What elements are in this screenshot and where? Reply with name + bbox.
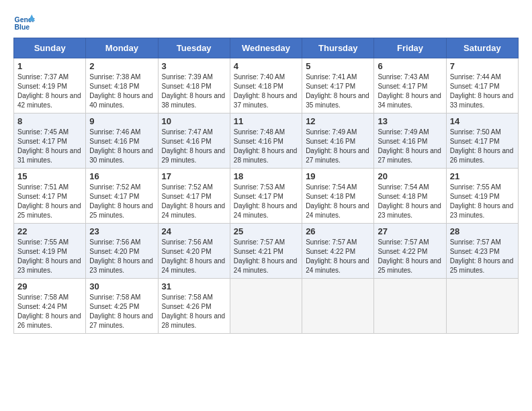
- calendar-cell: 20Sunrise: 7:54 AMSunset: 4:18 PMDayligh…: [374, 169, 446, 224]
- calendar-cell: 25Sunrise: 7:57 AMSunset: 4:21 PMDayligh…: [230, 224, 302, 279]
- day-number: 11: [234, 116, 298, 126]
- day-number: 28: [450, 226, 515, 236]
- day-number: 27: [378, 226, 442, 236]
- calendar-cell: [374, 279, 446, 334]
- calendar-cell: 18Sunrise: 7:53 AMSunset: 4:17 PMDayligh…: [230, 169, 302, 224]
- calendar-cell: 4Sunrise: 7:40 AMSunset: 4:18 PMDaylight…: [230, 58, 302, 113]
- col-header-thursday: Thursday: [302, 38, 374, 58]
- calendar-cell: 3Sunrise: 7:39 AMSunset: 4:18 PMDaylight…: [158, 58, 230, 113]
- calendar-cell: 24Sunrise: 7:56 AMSunset: 4:20 PMDayligh…: [158, 224, 230, 279]
- day-number: 19: [306, 171, 370, 181]
- day-number: 12: [306, 116, 370, 126]
- col-header-monday: Monday: [86, 38, 158, 58]
- calendar-cell: 31Sunrise: 7:58 AMSunset: 4:26 PMDayligh…: [158, 279, 230, 334]
- day-number: 21: [450, 171, 515, 181]
- calendar-cell: 22Sunrise: 7:55 AMSunset: 4:19 PMDayligh…: [14, 224, 86, 279]
- calendar-cell: 30Sunrise: 7:58 AMSunset: 4:25 PMDayligh…: [86, 279, 158, 334]
- day-number: 3: [162, 61, 226, 71]
- calendar-cell: 16Sunrise: 7:52 AMSunset: 4:17 PMDayligh…: [86, 169, 158, 224]
- day-info: Sunrise: 7:56 AMSunset: 4:20 PMDaylight:…: [162, 238, 226, 275]
- day-number: 13: [378, 116, 442, 126]
- calendar-cell: 5Sunrise: 7:41 AMSunset: 4:17 PMDaylight…: [302, 58, 374, 113]
- day-info: Sunrise: 7:45 AMSunset: 4:17 PMDaylight:…: [17, 128, 82, 165]
- day-info: Sunrise: 7:38 AMSunset: 4:18 PMDaylight:…: [89, 73, 154, 110]
- logo: General Blue: [13, 13, 35, 32]
- day-number: 10: [162, 116, 226, 126]
- day-info: Sunrise: 7:57 AMSunset: 4:23 PMDaylight:…: [450, 238, 515, 275]
- day-number: 7: [450, 61, 515, 71]
- calendar-table: SundayMondayTuesdayWednesdayThursdayFrid…: [13, 38, 519, 334]
- calendar-cell: 19Sunrise: 7:54 AMSunset: 4:18 PMDayligh…: [302, 169, 374, 224]
- day-number: 24: [162, 226, 226, 236]
- day-number: 4: [234, 61, 298, 71]
- day-info: Sunrise: 7:55 AMSunset: 4:19 PMDaylight:…: [17, 238, 82, 275]
- day-number: 14: [450, 116, 515, 126]
- calendar-cell: 27Sunrise: 7:57 AMSunset: 4:22 PMDayligh…: [374, 224, 446, 279]
- day-number: 17: [162, 171, 226, 181]
- col-header-tuesday: Tuesday: [158, 38, 230, 58]
- calendar-cell: 21Sunrise: 7:55 AMSunset: 4:19 PMDayligh…: [446, 169, 518, 224]
- day-info: Sunrise: 7:40 AMSunset: 4:18 PMDaylight:…: [234, 73, 298, 110]
- col-header-saturday: Saturday: [446, 38, 518, 58]
- day-info: Sunrise: 7:56 AMSunset: 4:20 PMDaylight:…: [89, 238, 154, 275]
- calendar-cell: 15Sunrise: 7:51 AMSunset: 4:17 PMDayligh…: [14, 169, 86, 224]
- calendar-cell: 29Sunrise: 7:58 AMSunset: 4:24 PMDayligh…: [14, 279, 86, 334]
- calendar-cell: 10Sunrise: 7:47 AMSunset: 4:16 PMDayligh…: [158, 113, 230, 169]
- day-info: Sunrise: 7:37 AMSunset: 4:19 PMDaylight:…: [17, 73, 82, 110]
- svg-text:Blue: Blue: [15, 24, 30, 31]
- day-info: Sunrise: 7:57 AMSunset: 4:22 PMDaylight:…: [378, 238, 442, 275]
- calendar-cell: 1Sunrise: 7:37 AMSunset: 4:19 PMDaylight…: [14, 58, 86, 113]
- day-number: 9: [89, 116, 154, 126]
- day-info: Sunrise: 7:46 AMSunset: 4:16 PMDaylight:…: [89, 128, 154, 165]
- calendar-cell: 28Sunrise: 7:57 AMSunset: 4:23 PMDayligh…: [446, 224, 518, 279]
- calendar-cell: 17Sunrise: 7:52 AMSunset: 4:17 PMDayligh…: [158, 169, 230, 224]
- day-info: Sunrise: 7:48 AMSunset: 4:16 PMDaylight:…: [234, 128, 298, 165]
- calendar-cell: 7Sunrise: 7:44 AMSunset: 4:17 PMDaylight…: [446, 58, 518, 113]
- calendar-week-row: 8Sunrise: 7:45 AMSunset: 4:17 PMDaylight…: [14, 113, 519, 169]
- day-number: 2: [89, 61, 154, 71]
- day-number: 15: [17, 171, 82, 181]
- day-number: 18: [234, 171, 298, 181]
- day-info: Sunrise: 7:49 AMSunset: 4:16 PMDaylight:…: [378, 128, 442, 165]
- col-header-sunday: Sunday: [14, 38, 86, 58]
- calendar-cell: 9Sunrise: 7:46 AMSunset: 4:16 PMDaylight…: [86, 113, 158, 169]
- day-info: Sunrise: 7:58 AMSunset: 4:26 PMDaylight:…: [162, 293, 226, 330]
- day-info: Sunrise: 7:39 AMSunset: 4:18 PMDaylight:…: [162, 73, 226, 110]
- day-info: Sunrise: 7:49 AMSunset: 4:16 PMDaylight:…: [306, 128, 370, 165]
- logo-icon: General Blue: [13, 13, 35, 32]
- day-number: 6: [378, 61, 442, 71]
- header: General Blue: [13, 13, 519, 32]
- day-info: Sunrise: 7:50 AMSunset: 4:17 PMDaylight:…: [450, 128, 515, 165]
- calendar-week-row: 22Sunrise: 7:55 AMSunset: 4:19 PMDayligh…: [14, 224, 519, 279]
- col-header-friday: Friday: [374, 38, 446, 58]
- calendar-cell: [302, 279, 374, 334]
- calendar-cell: [446, 279, 518, 334]
- day-info: Sunrise: 7:55 AMSunset: 4:19 PMDaylight:…: [450, 183, 515, 220]
- day-info: Sunrise: 7:41 AMSunset: 4:17 PMDaylight:…: [306, 73, 370, 110]
- day-info: Sunrise: 7:54 AMSunset: 4:18 PMDaylight:…: [378, 183, 442, 220]
- col-header-wednesday: Wednesday: [230, 38, 302, 58]
- day-number: 16: [89, 171, 154, 181]
- calendar-cell: 26Sunrise: 7:57 AMSunset: 4:22 PMDayligh…: [302, 224, 374, 279]
- day-number: 5: [306, 61, 370, 71]
- day-info: Sunrise: 7:57 AMSunset: 4:22 PMDaylight:…: [306, 238, 370, 275]
- day-info: Sunrise: 7:47 AMSunset: 4:16 PMDaylight:…: [162, 128, 226, 165]
- calendar-cell: 6Sunrise: 7:43 AMSunset: 4:17 PMDaylight…: [374, 58, 446, 113]
- calendar-cell: [230, 279, 302, 334]
- calendar-cell: 14Sunrise: 7:50 AMSunset: 4:17 PMDayligh…: [446, 113, 518, 169]
- calendar-cell: 2Sunrise: 7:38 AMSunset: 4:18 PMDaylight…: [86, 58, 158, 113]
- day-info: Sunrise: 7:44 AMSunset: 4:17 PMDaylight:…: [450, 73, 515, 110]
- calendar-week-row: 15Sunrise: 7:51 AMSunset: 4:17 PMDayligh…: [14, 169, 519, 224]
- calendar-cell: 13Sunrise: 7:49 AMSunset: 4:16 PMDayligh…: [374, 113, 446, 169]
- day-number: 25: [234, 226, 298, 236]
- day-info: Sunrise: 7:58 AMSunset: 4:24 PMDaylight:…: [17, 293, 82, 330]
- day-number: 20: [378, 171, 442, 181]
- day-info: Sunrise: 7:57 AMSunset: 4:21 PMDaylight:…: [234, 238, 298, 275]
- calendar-week-row: 1Sunrise: 7:37 AMSunset: 4:19 PMDaylight…: [14, 58, 519, 113]
- day-info: Sunrise: 7:52 AMSunset: 4:17 PMDaylight:…: [89, 183, 154, 220]
- day-number: 31: [162, 281, 226, 291]
- calendar-cell: 23Sunrise: 7:56 AMSunset: 4:20 PMDayligh…: [86, 224, 158, 279]
- calendar-cell: 8Sunrise: 7:45 AMSunset: 4:17 PMDaylight…: [14, 113, 86, 169]
- day-number: 29: [17, 281, 82, 291]
- day-info: Sunrise: 7:43 AMSunset: 4:17 PMDaylight:…: [378, 73, 442, 110]
